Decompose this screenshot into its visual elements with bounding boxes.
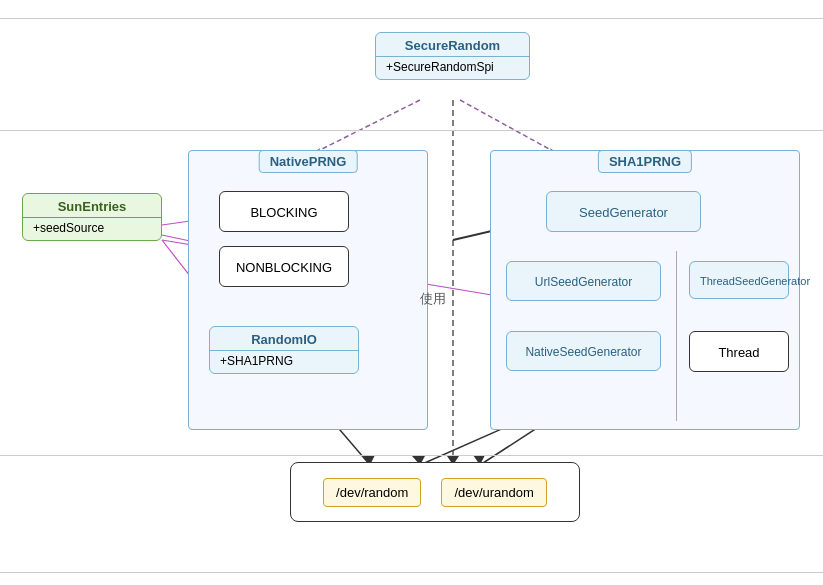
url-seed-generator-label: UrlSeedGenerator [507, 270, 660, 292]
secure-random-title: SecureRandom [376, 33, 529, 56]
secure-random-attr: +SecureRandomSpi [376, 57, 529, 79]
dev-urandom-box: /dev/urandom [441, 478, 547, 507]
svg-line-3 [460, 100, 560, 155]
footer-hline [0, 572, 823, 573]
dev-devices-container: /dev/random /dev/urandom [290, 462, 580, 522]
top-hline [0, 18, 823, 19]
sha1prng-container: SHA1PRNG SeedGenerator UrlSeedGenerator … [490, 150, 800, 430]
blocking-box: BLOCKING [219, 191, 349, 232]
sha1prng-divider [676, 251, 677, 421]
dev-urandom-label: /dev/urandom [454, 485, 534, 500]
dev-random-box: /dev/random [323, 478, 421, 507]
sha1prng-title: SHA1PRNG [598, 150, 692, 173]
thread-box: Thread [689, 331, 789, 372]
random-io-title: RandomIO [210, 327, 358, 350]
diagram-container: SecureRandom +SecureRandomSpi SunEntries… [0, 0, 823, 585]
dev-random-label: /dev/random [336, 485, 408, 500]
mid-hline [0, 130, 823, 131]
native-seed-generator-label: NativeSeedGenerator [507, 340, 660, 362]
nonblocking-box: NONBLOCKING [219, 246, 349, 287]
bottom-hline [0, 455, 823, 456]
use-label: 使用 [420, 290, 446, 308]
random-io-box: RandomIO +SHA1PRNG [209, 326, 359, 374]
sun-entries-title: SunEntries [23, 194, 161, 217]
seed-generator-label: SeedGenerator [547, 200, 700, 223]
nonblocking-label: NONBLOCKING [220, 255, 348, 278]
blocking-label: BLOCKING [220, 200, 348, 223]
thread-seed-generator-box: ThreadSeedGenerator [689, 261, 789, 299]
svg-line-1 [310, 100, 420, 155]
secure-random-box: SecureRandom +SecureRandomSpi [375, 32, 530, 80]
sun-entries-box: SunEntries +seedSource [22, 193, 162, 241]
thread-label: Thread [690, 340, 788, 363]
thread-seed-generator-label: ThreadSeedGenerator [690, 270, 788, 290]
native-seed-generator-box: NativeSeedGenerator [506, 331, 661, 371]
random-io-attr: +SHA1PRNG [210, 351, 358, 373]
native-prng-container: NativePRNG BLOCKING NONBLOCKING RandomIO… [188, 150, 428, 430]
native-prng-title: NativePRNG [259, 150, 358, 173]
seed-generator-box: SeedGenerator [546, 191, 701, 232]
url-seed-generator-box: UrlSeedGenerator [506, 261, 661, 301]
sun-entries-attr: +seedSource [23, 218, 161, 240]
